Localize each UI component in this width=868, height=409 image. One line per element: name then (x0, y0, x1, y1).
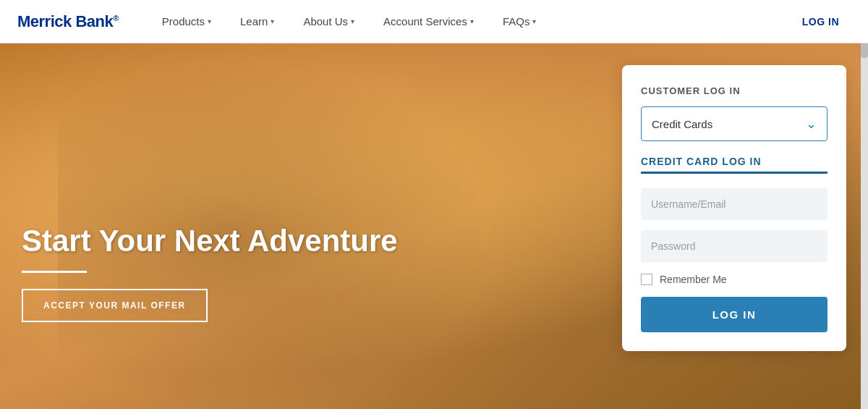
chevron-down-icon: ▾ (532, 17, 536, 25)
hero-title: Start Your Next Adventure (22, 224, 398, 258)
chevron-down-icon: ▾ (271, 17, 274, 25)
nav-account-services[interactable]: Account Services ▾ (369, 0, 488, 43)
remember-me-label: Remember Me (660, 274, 727, 285)
remember-me-row: Remember Me (641, 274, 827, 285)
hero-divider (22, 271, 87, 273)
login-submit-button[interactable]: LOG IN (641, 297, 827, 332)
account-type-dropdown[interactable]: Credit Cards ⌄ (641, 106, 827, 141)
password-field[interactable] (641, 230, 827, 262)
username-email-field[interactable] (641, 188, 827, 220)
main-nav: Products ▾ Learn ▾ About Us ▾ Account Se… (148, 0, 791, 43)
chevron-down-icon: ▾ (351, 17, 354, 25)
dropdown-selected-value: Credit Cards (652, 118, 712, 130)
nav-learn[interactable]: Learn ▾ (226, 0, 289, 43)
logo-text: Merrick Bank (17, 12, 113, 30)
hero-text-block: Start Your Next Adventure ACCEPT YOUR MA… (22, 224, 398, 322)
chevron-down-icon: ▾ (470, 17, 474, 25)
customer-login-title: CUSTOMER LOG IN (641, 85, 827, 96)
logo-sup: ® (113, 13, 119, 22)
nav-about-us[interactable]: About Us ▾ (289, 0, 369, 43)
login-panel: CUSTOMER LOG IN Credit Cards ⌄ CREDIT CA… (622, 65, 846, 351)
chevron-down-icon: ⌄ (806, 116, 817, 132)
accept-mail-offer-button[interactable]: ACCEPT YOUR MAIL OFFER (22, 289, 208, 322)
nav-products[interactable]: Products ▾ (148, 0, 226, 43)
nav-faqs[interactable]: FAQs ▾ (488, 0, 551, 43)
hero-section: Start Your Next Adventure ACCEPT YOUR MA… (0, 43, 868, 409)
remember-me-checkbox[interactable] (641, 274, 652, 285)
log-in-button[interactable]: LOG IN (791, 16, 851, 28)
scrollbar[interactable] (861, 0, 868, 409)
header: Merrick Bank® Products ▾ Learn ▾ About U… (0, 0, 868, 43)
credit-card-login-title: CREDIT CARD LOG IN (641, 156, 827, 174)
logo[interactable]: Merrick Bank® (17, 12, 119, 31)
chevron-down-icon: ▾ (208, 17, 211, 25)
